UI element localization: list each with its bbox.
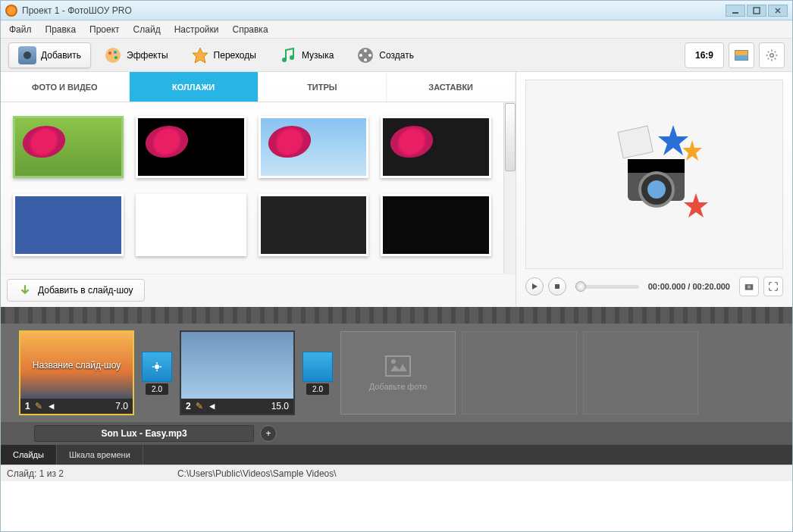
subtab-photo-video[interactable]: ФОТО И ВИДЕО	[1, 72, 130, 102]
statusbar: Слайд: 1 из 2 C:\Users\Public\Videos\Sam…	[1, 465, 792, 481]
view-tab-slides[interactable]: Слайды	[1, 445, 57, 465]
music-tab-label: Музыка	[302, 50, 334, 61]
svg-rect-1	[754, 8, 760, 14]
empty-slot[interactable]	[583, 331, 698, 415]
menu-slide[interactable]: Слайд	[127, 22, 168, 37]
svg-point-15	[359, 54, 362, 57]
transition[interactable]: 2.0	[301, 352, 334, 395]
timeline-slide[interactable]: Название слайд-шоу 1 ✎ ◄ 7.0	[19, 330, 134, 415]
slide-thumbnail: Название слайд-шоу	[20, 332, 133, 399]
collage-thumb[interactable]	[136, 116, 246, 178]
menu-project[interactable]: Проект	[83, 22, 127, 37]
edit-icon[interactable]: ✎	[196, 401, 203, 412]
sub-tabs: ФОТО И ВИДЕО КОЛЛАЖИ ТИТРЫ ЗАСТАВКИ	[1, 72, 516, 102]
add-tab[interactable]: Добавить	[8, 42, 91, 68]
collage-thumb[interactable]	[381, 116, 491, 178]
subtab-titles[interactable]: ТИТРЫ	[259, 72, 387, 102]
timeline-slide[interactable]: 2 ✎ ◄ 15.0	[180, 330, 295, 415]
film-strip	[1, 307, 792, 324]
play-button[interactable]	[525, 277, 544, 296]
fullscreen-icon	[768, 281, 779, 292]
subtab-collages[interactable]: КОЛЛАЖИ	[130, 72, 259, 102]
add-photo-placeholder[interactable]: Добавьте фото	[340, 331, 456, 415]
download-arrow-icon	[18, 283, 32, 297]
preview-art	[597, 121, 711, 227]
slide-number: 2	[186, 401, 191, 412]
view-tabs: Слайды Шкала времени	[1, 445, 792, 465]
collage-thumb[interactable]	[13, 194, 124, 256]
sound-icon[interactable]: ◄	[208, 401, 217, 412]
placeholder-label: Добавьте фото	[369, 382, 428, 391]
collage-thumb[interactable]	[136, 194, 246, 256]
music-tab[interactable]: Музыка	[269, 42, 343, 68]
svg-point-4	[105, 48, 121, 63]
close-button[interactable]	[768, 5, 788, 17]
timeline: Название слайд-шоу 1 ✎ ◄ 7.0 2.0 2 ✎ ◄ 1…	[1, 307, 792, 445]
menubar: Файл Правка Проект Слайд Настройки Справ…	[1, 20, 792, 39]
svg-rect-21	[628, 159, 685, 173]
menu-edit[interactable]: Правка	[39, 22, 83, 37]
subtab-intros[interactable]: ЗАСТАВКИ	[387, 72, 516, 102]
music-icon	[279, 46, 297, 64]
collage-thumb[interactable]	[259, 194, 369, 256]
collage-thumbnails	[1, 102, 503, 274]
aspect-ratio-button[interactable]: 16:9	[685, 42, 724, 68]
menu-file[interactable]: Файл	[2, 22, 39, 37]
svg-point-23	[647, 180, 666, 199]
empty-slot[interactable]	[462, 331, 577, 415]
slide-number: 1	[25, 401, 30, 412]
snapshot-button[interactable]	[739, 277, 759, 296]
svg-point-12	[364, 49, 367, 52]
thumbnails-scrollbar[interactable]	[503, 102, 516, 274]
preview-controls: 00:00.000 / 00:20.000	[525, 274, 783, 299]
svg-rect-26	[555, 284, 559, 289]
slide-duration: 15.0	[271, 401, 289, 412]
transition[interactable]: 2.0	[140, 352, 174, 395]
star-icon	[191, 46, 209, 64]
create-tab-label: Создать	[379, 50, 414, 61]
time-display: 00:00.000 / 00:20.000	[648, 282, 730, 291]
edit-icon[interactable]: ✎	[35, 401, 42, 412]
palette-icon	[104, 46, 122, 64]
transitions-tab[interactable]: Переходы	[181, 42, 266, 68]
add-to-slideshow-button[interactable]: Добавить в слайд-шоу	[7, 279, 145, 302]
window-title: Проект 1 - ФотоШОУ PRO	[22, 5, 724, 16]
image-icon	[735, 50, 748, 61]
menu-settings[interactable]: Настройки	[168, 22, 226, 37]
svg-marker-8	[193, 48, 208, 63]
seek-slider[interactable]	[575, 285, 639, 289]
work-area: ФОТО И ВИДЕО КОЛЛАЖИ ТИТРЫ ЗАСТАВКИ Доба…	[1, 72, 792, 307]
menu-help[interactable]: Справка	[225, 22, 274, 37]
slide-thumbnail	[181, 332, 293, 399]
svg-point-13	[368, 54, 371, 57]
minimize-button[interactable]	[726, 5, 745, 17]
collage-thumb[interactable]	[381, 194, 491, 256]
stop-button[interactable]	[548, 277, 566, 296]
svg-point-5	[108, 52, 111, 55]
svg-point-16	[770, 53, 774, 57]
settings-button[interactable]	[759, 42, 785, 68]
maximize-button[interactable]	[747, 5, 766, 17]
svg-marker-24	[684, 193, 708, 217]
status-path: C:\Users\Public\Videos\Sample Videos\	[177, 468, 337, 479]
view-tab-timeline[interactable]: Шкала времени	[57, 445, 143, 465]
add-tab-label: Добавить	[41, 50, 81, 61]
svg-point-6	[114, 51, 117, 54]
effects-tab[interactable]: Эффекты	[94, 42, 178, 68]
background-button[interactable]	[729, 42, 754, 68]
audio-clip[interactable]: Son Lux - Easy.mp3	[34, 425, 254, 442]
svg-point-32	[391, 359, 396, 364]
titlebar: Проект 1 - ФотоШОУ PRO	[1, 1, 792, 20]
svg-marker-25	[532, 283, 538, 289]
sound-icon[interactable]: ◄	[47, 401, 56, 412]
collage-thumb[interactable]	[13, 116, 124, 178]
create-tab[interactable]: Создать	[346, 42, 424, 68]
collage-thumb[interactable]	[259, 116, 369, 178]
add-audio-button[interactable]: +	[260, 425, 277, 442]
reel-icon	[356, 46, 375, 64]
camera-icon	[744, 281, 754, 292]
fullscreen-button[interactable]	[763, 277, 783, 296]
svg-marker-18	[658, 125, 688, 155]
svg-point-10	[290, 55, 294, 60]
preview-canvas	[525, 80, 783, 269]
